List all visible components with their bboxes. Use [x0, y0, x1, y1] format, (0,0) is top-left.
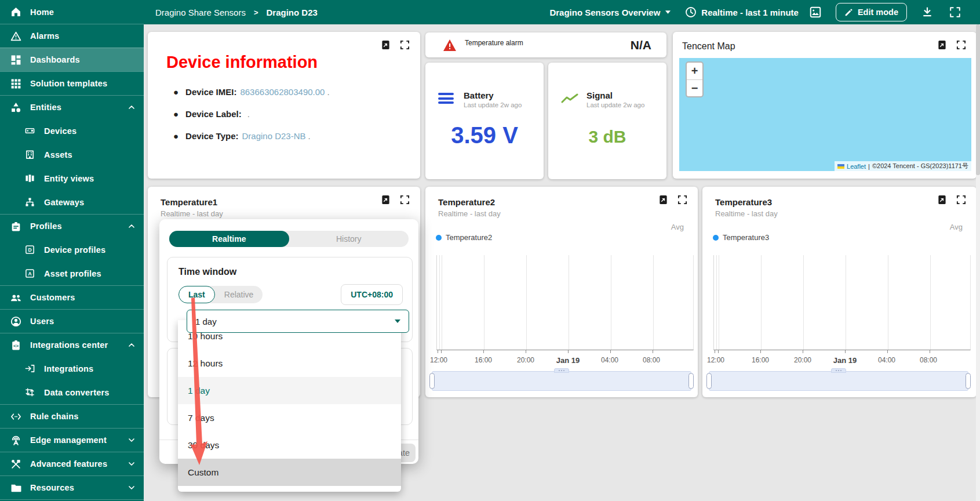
sidebar-item-entities[interactable]: Entities — [0, 95, 144, 119]
sidebar-item-label: Assets — [44, 150, 72, 159]
timezone-button[interactable]: UTC+08:00 — [341, 284, 403, 305]
device-imei-value[interactable]: 863663062803490.00 — [240, 87, 325, 97]
sidebar-item-alarms[interactable]: Alarms — [0, 24, 144, 48]
code-icon — [9, 410, 22, 423]
option-12-hours[interactable]: 12 hours — [178, 350, 401, 377]
datazoom-slider[interactable] — [709, 371, 968, 391]
chart-legend[interactable]: Temperature3 — [713, 233, 977, 242]
tick-label: 04:00 — [601, 356, 618, 364]
edit-mode-button[interactable]: Edit mode — [836, 3, 907, 21]
sidebar-item-customers[interactable]: Customers — [0, 285, 144, 309]
chevron-down-icon — [127, 484, 136, 492]
sidebar-item-solution-templates[interactable]: Solution templates — [0, 71, 144, 95]
slider-grip[interactable] — [554, 368, 569, 373]
image-button[interactable] — [804, 2, 826, 22]
expand-icon[interactable] — [956, 40, 966, 50]
tools-icon — [9, 458, 22, 470]
sidebar-item-label: Users — [30, 317, 54, 326]
expand-icon[interactable] — [956, 195, 966, 205]
scrollbar-thumb[interactable] — [976, 24, 980, 175]
expand-icon[interactable] — [677, 195, 687, 205]
export-icon[interactable] — [381, 40, 391, 50]
signal-value: 3 dB — [548, 127, 666, 147]
sidebar-item-edge-management[interactable]: Edge management — [0, 428, 144, 452]
device-type-row: ● Device Type: Dragino D23-NB . — [173, 131, 420, 141]
breadcrumb-parent[interactable]: Dragino Share Sensors — [155, 8, 246, 17]
pencil-icon — [844, 8, 853, 17]
sidebar-item-label: Resources — [30, 483, 74, 492]
sidebar-item-users[interactable]: Users — [0, 309, 144, 333]
sidebar-item-assets[interactable]: Assets — [0, 143, 144, 166]
map-canvas[interactable]: + − Leaflet | ©2024 Tencent - GS(2023)11… — [679, 58, 971, 171]
dashboard-page: Home Alarms Dashboards Solution template… — [0, 0, 980, 501]
leaflet-link[interactable]: Leaflet — [847, 163, 866, 170]
aggregation-label[interactable]: Avg — [671, 223, 684, 231]
sidebar-item-rule-chains[interactable]: Rule chains — [0, 404, 144, 428]
expand-icon[interactable] — [400, 195, 410, 205]
bullet-icon: ● — [173, 87, 178, 97]
zoom-in-button[interactable]: + — [687, 63, 702, 79]
export-icon[interactable] — [937, 195, 947, 205]
row-tail: . — [247, 109, 250, 119]
svg-text:A: A — [28, 271, 31, 277]
download-icon — [921, 6, 933, 18]
sidebar-item-resources[interactable]: Resources — [0, 475, 144, 499]
device-type-value[interactable]: Dragino D23-NB — [242, 131, 306, 141]
toggle-relative[interactable]: Relative — [215, 286, 263, 303]
sidebar-item-integrations-center[interactable]: <> Integrations center — [0, 333, 144, 357]
download-button[interactable] — [916, 2, 938, 22]
sidebar-item-asset-profiles[interactable]: A Asset profiles — [0, 262, 144, 285]
battery-card: Battery Last update 2w ago 3.59 V — [425, 63, 544, 179]
device-imei-label: Device IMEI: — [185, 87, 236, 97]
slider-handle-right[interactable] — [966, 373, 971, 389]
sidebar-item-gateways[interactable]: Gateways — [0, 190, 144, 214]
sidebar-item-entity-views[interactable]: Entity views — [0, 166, 144, 190]
timewindow-button[interactable]: Realtime - last 1 minute — [685, 6, 799, 18]
option-30-days[interactable]: 30 days — [178, 431, 401, 459]
svg-text:D: D — [28, 247, 31, 253]
dashboards-icon — [9, 53, 22, 66]
option-custom[interactable]: Custom — [178, 459, 401, 486]
option-7-days[interactable]: 7 days — [178, 404, 401, 431]
slider-grip[interactable] — [831, 368, 846, 373]
interval-select[interactable]: 1 day — [187, 310, 409, 333]
sidebar-item-home[interactable]: Home — [0, 0, 144, 24]
export-icon[interactable] — [937, 40, 947, 50]
sidebar-item-profiles[interactable]: Profiles — [0, 214, 144, 238]
flag-icon — [837, 164, 844, 169]
temperature3-card: Temperature3 Realtime - last day Avg Tem… — [702, 187, 977, 397]
sidebar-item-label: Home — [30, 8, 54, 17]
slider-handle-left[interactable] — [429, 373, 435, 389]
chevron-down-icon — [127, 436, 136, 444]
sidebar-item-devices[interactable]: Devices — [0, 119, 144, 143]
sidebar-item-data-converters[interactable]: Data converters — [0, 380, 144, 404]
chevron-down-icon — [127, 460, 136, 468]
slider-handle-left[interactable] — [706, 373, 712, 389]
last-relative-toggle: Last Relative — [178, 286, 263, 303]
page-scrollbar[interactable] — [976, 24, 980, 501]
aggregation-label[interactable]: Avg — [950, 223, 963, 231]
option-1-day[interactable]: 1 day — [178, 377, 401, 404]
sidebar-item-advanced-features[interactable]: Advanced features — [0, 452, 144, 475]
zoom-out-button[interactable]: − — [687, 79, 702, 96]
interval-dropdown: 10 hours 12 hours 1 day 7 days 30 days C… — [178, 320, 401, 492]
sidebar-item-label: Entities — [30, 103, 61, 112]
datazoom-slider[interactable] — [432, 371, 691, 391]
sidebar-item-dashboards[interactable]: Dashboards — [0, 48, 144, 71]
export-icon[interactable] — [658, 195, 668, 205]
export-icon[interactable] — [381, 195, 391, 205]
x-axis-ticks — [713, 350, 971, 353]
sidebar-item-device-profiles[interactable]: D Device profiles — [0, 238, 144, 262]
slider-handle-right[interactable] — [688, 373, 694, 389]
tab-history[interactable]: History — [289, 231, 409, 247]
expand-icon[interactable] — [400, 40, 410, 50]
dashboard-select[interactable]: Dragino Sensors Overview — [549, 8, 671, 17]
tab-realtime[interactable]: Realtime — [169, 231, 289, 247]
alarm-triangle-icon — [443, 39, 457, 52]
tick-label: Jan 19 — [833, 356, 857, 365]
legend-label: Temperature3 — [723, 233, 769, 242]
toggle-last[interactable]: Last — [178, 286, 215, 303]
sidebar-item-integrations[interactable]: Integrations — [0, 357, 144, 380]
fullscreen-button[interactable] — [944, 2, 966, 22]
chart-legend[interactable]: Temperature2 — [436, 233, 698, 242]
